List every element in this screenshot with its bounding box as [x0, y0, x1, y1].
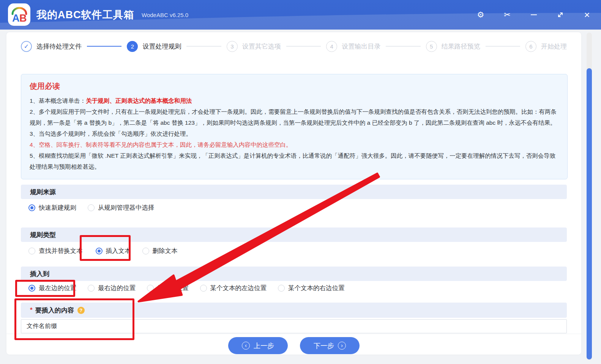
section-header-rule-type: 规则类型 — [21, 228, 567, 242]
section-header-insert-to: 插入到 — [21, 267, 567, 281]
section-header-insert-content: * 要插入的内容 ? — [21, 303, 567, 318]
app-version: WodeABC v6.25.0 — [142, 12, 188, 18]
notice-line-1: 1、基本概念请单击：关于规则、正则表达式的基本概念和用法 — [30, 95, 559, 106]
notice-line-2: 2、多个规则应用于同一文件时，只有在上一条规则处理完后，才会处理下一条规则。因此… — [30, 106, 559, 128]
notice-line-5: 5、模糊查找功能采用「微软 .NET 正则表达式解析引擎」来实现，「正则表达式」… — [30, 150, 559, 172]
step-1-check-icon: ✓ — [21, 41, 32, 52]
radio-delete-text[interactable]: 删除文本 — [142, 247, 178, 255]
insert-to-options: 最左边的位置 最右边的位置 指定的位置 某个文本的左边位置 某个文本的右边位置 — [21, 280, 567, 297]
close-icon[interactable]: × — [582, 10, 592, 20]
concepts-help-link[interactable]: 关于规则、正则表达式的基本概念和用法 — [86, 97, 192, 104]
radio-left-of-some-text[interactable]: 某个文本的左边位置 — [200, 284, 267, 292]
insert-content-input[interactable] — [21, 319, 567, 333]
previous-step-button[interactable]: ‹ 上一步 — [228, 337, 288, 354]
notice-line-4: 4、空格、回车换行、制表符等看不见的内容也属于文本，因此，请务必留意输入内容中的… — [30, 139, 559, 150]
radio-unselected-icon — [278, 285, 285, 292]
radio-select-from-rule-manager[interactable]: 从规则管理器中选择 — [88, 204, 155, 212]
radio-selected-icon — [28, 285, 35, 292]
app-logo: A B — [8, 3, 30, 26]
wizard-footer: ‹ 上一步 下一步 › — [6, 334, 581, 355]
rule-type-options: 查找并替换文本 插入文本 删除文本 — [21, 243, 567, 259]
radio-right-of-some-text[interactable]: 某个文本的右边位置 — [278, 284, 345, 292]
step-3-other-options[interactable]: 3 设置其它选项 — [227, 41, 281, 52]
radio-unselected-icon — [88, 204, 95, 211]
next-step-button[interactable]: 下一步 › — [300, 337, 360, 354]
stepper-connector — [386, 46, 420, 47]
notice-title: 使用必读 — [30, 81, 559, 91]
title-bar: A B 我的ABC软件工具箱 WodeABC v6.25.0 ⚙ ✂ × — [0, 0, 601, 30]
radio-quick-new-rule[interactable]: 快速新建规则 — [28, 204, 76, 212]
radio-selected-icon — [28, 204, 35, 211]
stepper-connector — [286, 46, 321, 47]
radio-leftmost-position[interactable]: 最左边的位置 — [28, 284, 76, 292]
scrollbar-thumb[interactable] — [587, 68, 592, 359]
svg-text:A: A — [12, 13, 20, 24]
prev-arrow-icon: ‹ — [242, 342, 250, 350]
stepper-connector — [186, 46, 221, 47]
section-header-rule-source: 规则来源 — [21, 185, 567, 199]
radio-specified-position[interactable]: 指定的位置 — [147, 284, 189, 292]
svg-text:B: B — [19, 13, 27, 24]
radio-rightmost-position[interactable]: 最右边的位置 — [88, 284, 136, 292]
step-1-select-files[interactable]: ✓ 选择待处理文件 — [21, 41, 82, 52]
stepper-connector — [486, 46, 520, 47]
radio-unselected-icon — [88, 285, 95, 292]
help-question-icon[interactable]: ? — [77, 307, 85, 314]
resize-maximize-icon[interactable] — [555, 10, 565, 20]
minimize-icon[interactable] — [529, 10, 539, 20]
scissors-icon[interactable]: ✂ — [502, 10, 512, 20]
required-asterisk: * — [30, 306, 33, 314]
radio-unselected-icon — [142, 248, 149, 254]
stepper-connector — [87, 46, 121, 47]
next-arrow-icon: › — [338, 342, 346, 350]
rule-source-options: 快速新建规则 从规则管理器中选择 — [21, 199, 567, 216]
main-content-panel: ✓ 选择待处理文件 2 设置处理规则 3 设置其它选项 4 设置输出目录 5 结… — [6, 32, 581, 355]
settings-gear-icon[interactable]: ⚙ — [476, 10, 486, 20]
step-5-result-preview[interactable]: 5 结果路径预览 — [426, 41, 480, 52]
step-6-start-processing[interactable]: 6 开始处理 — [525, 41, 567, 52]
step-4-output-directory[interactable]: 4 设置输出目录 — [326, 41, 380, 52]
radio-selected-icon — [96, 248, 103, 254]
radio-find-replace-text[interactable]: 查找并替换文本 — [28, 247, 83, 255]
notice-line-3: 3、当勾选多个规则时，系统会按「勾选顺序」依次进行处理。 — [30, 128, 559, 139]
wizard-stepper: ✓ 选择待处理文件 2 设置处理规则 3 设置其它选项 4 设置输出目录 5 结… — [21, 38, 567, 55]
usage-notice-box: 使用必读 1、基本概念请单击：关于规则、正则表达式的基本概念和用法 2、多个规则… — [21, 74, 568, 179]
radio-unselected-icon — [147, 285, 154, 292]
radio-unselected-icon — [200, 285, 207, 292]
radio-insert-text[interactable]: 插入文本 — [96, 247, 131, 255]
step-2-set-rules[interactable]: 2 设置处理规则 — [127, 41, 181, 52]
app-title: 我的ABC软件工具箱 — [36, 8, 134, 22]
radio-unselected-icon — [28, 248, 35, 254]
